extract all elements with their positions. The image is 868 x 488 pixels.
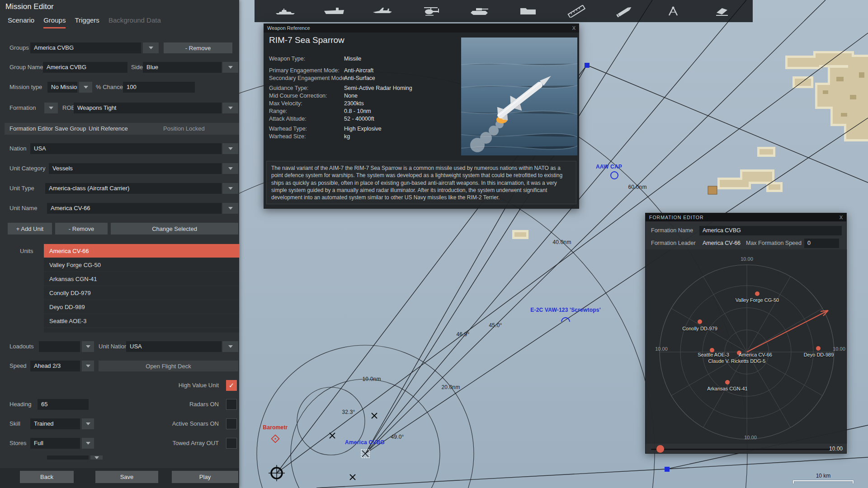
radars-checkbox[interactable] bbox=[226, 399, 237, 410]
field-label: Range: bbox=[269, 108, 287, 115]
formation-leader-value[interactable]: America CV-66 bbox=[703, 238, 741, 248]
tool-eraser-button[interactable] bbox=[708, 2, 735, 20]
roe-label: ROE bbox=[62, 103, 75, 113]
tab-groups[interactable]: Groups bbox=[43, 16, 66, 28]
field-value: None bbox=[344, 92, 358, 100]
roe-dropdown-arrow[interactable] bbox=[222, 103, 238, 113]
ship-label-deyo[interactable]: Deyo DD-989 bbox=[804, 352, 834, 357]
formation-window-titlebar[interactable]: FORMATION EDITOR X bbox=[646, 213, 846, 221]
stores-dropdown-arrow[interactable] bbox=[82, 438, 94, 449]
side-select[interactable]: Blue bbox=[143, 62, 222, 73]
formation-dropdown-arrow[interactable] bbox=[44, 103, 58, 113]
ring-label-top: 10.00 bbox=[741, 256, 753, 262]
active-sonars-checkbox[interactable] bbox=[226, 418, 237, 429]
loadouts-select[interactable] bbox=[39, 341, 80, 352]
scale-bar-label: 10 km bbox=[793, 473, 854, 479]
tool-ruler-button[interactable] bbox=[563, 2, 590, 20]
unit-nation-dropdown-arrow[interactable] bbox=[222, 341, 238, 352]
towed-array-checkbox[interactable] bbox=[226, 438, 237, 449]
tool-pencil-button[interactable] bbox=[612, 2, 638, 20]
remove-group-button[interactable]: - Remove bbox=[164, 42, 232, 53]
formation-window-close-button[interactable]: X bbox=[840, 215, 843, 220]
high-value-unit-checkbox[interactable] bbox=[226, 380, 237, 391]
remove-unit-button[interactable]: - Remove bbox=[55, 223, 108, 235]
mission-type-select[interactable]: No Mission bbox=[47, 82, 77, 93]
weapon-window-close-button[interactable]: X bbox=[572, 25, 576, 31]
formation-editor-button[interactable]: Formation Editor bbox=[9, 123, 53, 135]
unit-nation-select[interactable]: USA bbox=[126, 341, 222, 352]
clipped-row-d arrow bbox=[90, 455, 103, 460]
unit-row-valley-forge[interactable]: Valley Forge CG-50 bbox=[44, 258, 239, 272]
position-locked-toggle[interactable]: Position Locked bbox=[163, 123, 205, 135]
unit-name-select[interactable]: America CV-66 bbox=[47, 203, 222, 214]
unit-row-conolly[interactable]: Conolly DD-979 bbox=[44, 286, 239, 300]
chance-input[interactable]: 100 bbox=[123, 82, 195, 93]
open-flight-deck-button[interactable]: Open Flight Deck bbox=[99, 361, 238, 371]
change-selected-button[interactable]: Change Selected bbox=[111, 223, 238, 235]
play-button[interactable]: Play bbox=[172, 471, 238, 483]
max-formation-speed-input[interactable]: 0 bbox=[804, 239, 839, 248]
skill-select[interactable]: Trained bbox=[30, 418, 80, 429]
save-group-button[interactable]: Save Group bbox=[55, 123, 86, 135]
field-value: 52 - 40000ft bbox=[344, 115, 374, 123]
unit-name-dropdown-arrow[interactable] bbox=[222, 203, 238, 214]
group-name-input[interactable]: America CVBG bbox=[43, 62, 127, 73]
formation-plot[interactable] bbox=[646, 249, 847, 444]
tab-scenario[interactable]: Scenario bbox=[8, 16, 34, 28]
nation-dropdown-arrow[interactable] bbox=[222, 143, 238, 154]
save-button[interactable]: Save bbox=[95, 471, 158, 483]
groups-dropdown-arrow[interactable] bbox=[143, 42, 159, 53]
side-dropdown-arrow[interactable] bbox=[222, 62, 238, 73]
unit-row-america[interactable]: America CV-66 bbox=[44, 244, 239, 258]
speed-dropdown-arrow[interactable] bbox=[82, 361, 94, 371]
tool-folder-button[interactable] bbox=[515, 2, 541, 20]
add-unit-button[interactable]: + Add Unit bbox=[8, 223, 52, 235]
unit-category-dropdown-arrow[interactable] bbox=[222, 163, 238, 174]
back-button[interactable]: Back bbox=[20, 471, 74, 483]
unit-type-dropdown-arrow[interactable] bbox=[222, 183, 238, 194]
unit-type-select[interactable]: America-class (Aircraft Carrier) bbox=[45, 183, 222, 194]
ring-label-bottom: 10.00 bbox=[744, 435, 757, 440]
tab-triggers[interactable]: Triggers bbox=[75, 16, 99, 28]
unit-row-ricketts[interactable]: Claude V. Ricketts DDG-5 bbox=[44, 328, 239, 333]
heading-input[interactable]: 65 bbox=[38, 399, 89, 410]
weapon-name: RIM-7 Sea Sparrow bbox=[269, 35, 344, 45]
weapon-description: The naval variant of the AIM-7 the RIM-7… bbox=[266, 161, 576, 204]
loadouts-dropdown-arrow[interactable] bbox=[82, 341, 94, 352]
unit-row-deyo[interactable]: Deyo DD-989 bbox=[44, 300, 239, 314]
tool-warship-button[interactable] bbox=[273, 2, 299, 20]
mission-type-dropdown-arrow[interactable] bbox=[79, 82, 92, 93]
stores-label: Stores bbox=[9, 438, 27, 449]
formation-name-input[interactable]: America CVBG bbox=[699, 226, 842, 235]
stores-select[interactable]: Full bbox=[30, 438, 80, 449]
skill-dropdown-arrow[interactable] bbox=[82, 418, 94, 429]
tool-tank-button[interactable] bbox=[466, 2, 492, 20]
ship-label-conolly[interactable]: Conolly DD-979 bbox=[682, 326, 717, 331]
unit-row-arkansas[interactable]: Arkansas CGN-41 bbox=[44, 272, 239, 286]
tab-background-data[interactable]: Background Data bbox=[108, 16, 161, 28]
ship-label-valley-forge[interactable]: Valley Forge CG-50 bbox=[736, 297, 779, 303]
roe-select[interactable]: Weapons Tight bbox=[74, 103, 222, 113]
unit-category-select[interactable]: Vessels bbox=[49, 163, 222, 174]
tool-aircraft-button[interactable] bbox=[369, 2, 396, 20]
weapon-window-titlebar[interactable]: Weapon Reference X bbox=[264, 23, 579, 33]
formation-scale-slider-track[interactable] bbox=[651, 449, 841, 450]
ship-label-seattle[interactable]: Seattle AOE-3 bbox=[698, 352, 729, 357]
tool-divider-button[interactable] bbox=[660, 2, 686, 20]
tool-carrier-button[interactable] bbox=[321, 2, 347, 20]
formation-window-title: FORMATION EDITOR bbox=[649, 215, 704, 220]
groups-select[interactable]: America CVBG bbox=[30, 42, 141, 53]
chance-label: % Chance bbox=[96, 82, 123, 93]
tool-helicopter-button[interactable] bbox=[418, 2, 444, 20]
unit-reference-button[interactable]: Unit Reference bbox=[89, 123, 128, 135]
ship-label-america[interactable]: America CV-66 bbox=[739, 352, 772, 357]
formation-scale-slider-handle[interactable] bbox=[656, 445, 664, 453]
nation-select[interactable]: USA bbox=[30, 143, 222, 154]
map-label-range-10: 10.0nm bbox=[362, 376, 381, 382]
ship-label-ricketts[interactable]: Claude V. Ricketts DDG-5 bbox=[708, 358, 766, 364]
weapon-window-title: Weapon Reference bbox=[267, 25, 310, 31]
unit-row-seattle[interactable]: Seattle AOE-3 bbox=[44, 314, 239, 328]
loadouts-label: Loadouts bbox=[9, 341, 34, 352]
speed-select[interactable]: Ahead 2/3 bbox=[30, 361, 80, 371]
ship-label-arkansas[interactable]: Arkansas CGN-41 bbox=[707, 386, 747, 391]
